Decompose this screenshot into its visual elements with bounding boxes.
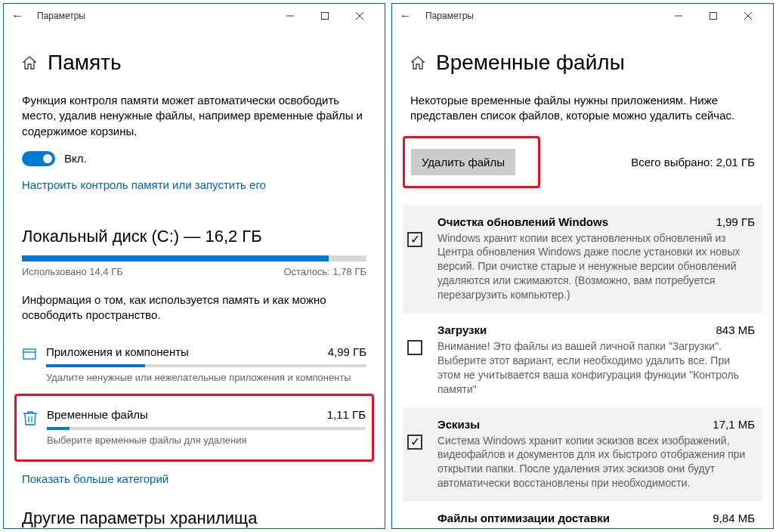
svg-rect-9 bbox=[710, 13, 717, 20]
storage-sense-toggle[interactable] bbox=[22, 151, 55, 166]
file-name: Эскизы bbox=[437, 418, 480, 431]
category-name: Временные файлы bbox=[47, 408, 148, 421]
storage-sense-toggle-row: Вкл. bbox=[22, 151, 366, 166]
settings-window-tempfiles: ← Параметры Временные файлы Некоторые вр… bbox=[391, 3, 774, 529]
page-title: Временные файлы bbox=[436, 51, 625, 75]
file-name: Очистка обновлений Windows bbox=[437, 215, 608, 228]
file-name: Файлы оптимизации доставки bbox=[437, 512, 610, 524]
storage-sense-description: Функция контроля памяти может автоматиче… bbox=[22, 93, 366, 139]
file-checkbox[interactable] bbox=[407, 232, 422, 247]
disk-used-label: Использовано 14,4 ГБ bbox=[22, 266, 123, 277]
file-size: 17,1 МБ bbox=[713, 418, 755, 431]
file-checkbox[interactable] bbox=[407, 435, 422, 450]
category-bar bbox=[47, 427, 366, 430]
file-item-0[interactable]: Очистка обновлений Windows1,99 ГБWindows… bbox=[403, 205, 762, 313]
page-title: Память bbox=[48, 51, 122, 75]
category-hint: Выберите временные файлы для удаления bbox=[47, 435, 366, 446]
svg-rect-4 bbox=[23, 349, 36, 359]
file-size: 1,99 ГБ bbox=[716, 215, 755, 228]
titlebar: ← Параметры bbox=[392, 4, 773, 28]
minimize-button[interactable] bbox=[661, 4, 696, 28]
page-header: Временные файлы bbox=[410, 51, 755, 75]
page-header: Память bbox=[22, 51, 366, 75]
selected-total-label: Всего выбрано: 2,01 ГБ bbox=[631, 156, 755, 169]
file-size: 9,84 МБ bbox=[713, 512, 755, 524]
other-storage-heading: Другие параметры хранилища bbox=[22, 509, 366, 528]
minimize-button[interactable] bbox=[273, 4, 308, 28]
file-description: Файлы оптимизации доставки — это файлы, … bbox=[437, 527, 755, 528]
svg-rect-1 bbox=[322, 13, 329, 20]
close-button[interactable] bbox=[731, 4, 765, 28]
disk-info-text: Информация о том, как используется памят… bbox=[22, 292, 366, 323]
back-arrow-icon[interactable]: ← bbox=[400, 9, 425, 23]
maximize-button[interactable] bbox=[696, 4, 731, 28]
configure-storage-sense-link[interactable]: Настроить контроль памяти или запустить … bbox=[22, 178, 266, 191]
window-controls bbox=[661, 4, 765, 28]
tempfiles-description: Некоторые временные файлы нужны приложен… bbox=[410, 93, 755, 124]
show-more-categories-link[interactable]: Показать больше категорий bbox=[22, 472, 168, 485]
toggle-label: Вкл. bbox=[64, 152, 87, 165]
category-row-1[interactable]: Временные файлы1,11 ГБВыберите временные… bbox=[23, 401, 366, 453]
category-hint: Удалите ненужные или нежелательные прило… bbox=[46, 372, 366, 383]
apps-icon bbox=[22, 345, 46, 362]
delete-row: Удалить файлы Всего выбрано: 2,01 ГБ bbox=[410, 136, 755, 188]
home-icon[interactable] bbox=[410, 55, 425, 70]
file-description: Система Windows хранит копии эскизов все… bbox=[437, 434, 755, 491]
trash-icon bbox=[23, 408, 47, 426]
category-size: 1,11 ГБ bbox=[327, 408, 366, 421]
category-row-0[interactable]: Приложения и компоненты4,99 ГБУдалите не… bbox=[22, 338, 366, 391]
temp-files-highlight: Временные файлы1,11 ГБВыберите временные… bbox=[14, 394, 374, 462]
file-name: Загрузки bbox=[437, 323, 487, 336]
disk-usage-bar bbox=[22, 255, 366, 261]
file-description: Внимание! Это файлы из вашей личной папк… bbox=[437, 339, 755, 397]
window-controls bbox=[273, 4, 377, 28]
titlebar: ← Параметры bbox=[4, 4, 385, 28]
disk-stats: Использовано 14,4 ГБ Осталось: 1,78 ГБ bbox=[22, 266, 366, 277]
file-item-1[interactable]: Загрузки843 МБВнимание! Это файлы из ваш… bbox=[403, 313, 762, 407]
home-icon[interactable] bbox=[22, 55, 37, 70]
close-button[interactable] bbox=[342, 4, 377, 28]
settings-window-storage: ← Параметры Память Функция контроля памя… bbox=[3, 3, 385, 529]
delete-files-button[interactable]: Удалить файлы bbox=[411, 149, 515, 175]
delete-button-highlight: Удалить файлы bbox=[403, 136, 540, 188]
file-item-2[interactable]: Эскизы17,1 МБСистема Windows хранит копи… bbox=[403, 407, 762, 502]
category-bar bbox=[46, 364, 366, 367]
back-arrow-icon[interactable]: ← bbox=[11, 9, 37, 23]
window-title: Параметры bbox=[37, 11, 273, 21]
content-area: Память Функция контроля памяти может авт… bbox=[4, 28, 385, 528]
content-area: Временные файлы Некоторые временные файл… bbox=[392, 28, 773, 528]
category-name: Приложения и компоненты bbox=[46, 345, 189, 358]
file-item-3[interactable]: Файлы оптимизации доставки9,84 МБФайлы о… bbox=[403, 501, 762, 528]
disk-free-label: Осталось: 1,78 ГБ bbox=[283, 266, 366, 277]
file-size: 843 МБ bbox=[716, 323, 755, 336]
window-title: Параметры bbox=[425, 11, 661, 21]
disk-heading: Локальный диск (C:) — 16,2 ГБ bbox=[22, 227, 366, 246]
disk-usage-fill bbox=[22, 255, 329, 261]
file-checkbox[interactable] bbox=[407, 340, 422, 355]
category-size: 4,99 ГБ bbox=[328, 345, 366, 358]
maximize-button[interactable] bbox=[308, 4, 342, 28]
file-description: Windows хранит копии всех установленных … bbox=[437, 231, 755, 302]
